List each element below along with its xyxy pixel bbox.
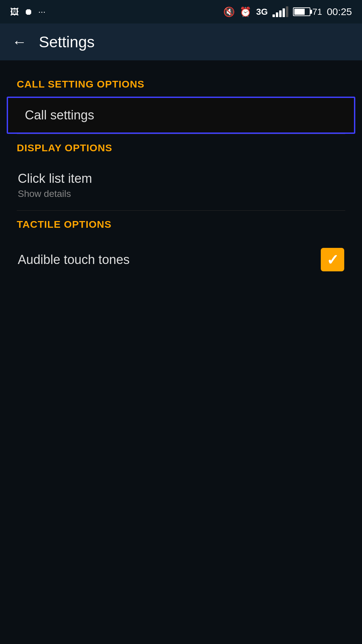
display-options-header: DISPLAY OPTIONS bbox=[0, 134, 362, 160]
status-time: 00:25 bbox=[327, 6, 352, 17]
click-list-item-text: Click list item Show details bbox=[18, 171, 92, 199]
status-bar-right-icons: 🔇 ⏰ 3G 71 00:25 bbox=[223, 6, 352, 17]
audible-touch-tones-checkbox[interactable]: ✓ bbox=[321, 248, 344, 271]
audible-touch-tones-title: Audible touch tones bbox=[18, 253, 130, 267]
call-settings-title: Call settings bbox=[25, 108, 94, 122]
app-bar: ← Settings bbox=[0, 23, 362, 60]
settings-content: CALL SETTING OPTIONS Call settings DISPL… bbox=[0, 60, 362, 292]
back-button[interactable]: ← bbox=[12, 34, 27, 50]
tactile-options-header: TACTILE OPTIONS bbox=[0, 211, 362, 237]
audible-touch-tones-item[interactable]: Audible touch tones ✓ bbox=[0, 237, 362, 282]
dots-icon: ··· bbox=[38, 7, 46, 17]
click-list-item[interactable]: Click list item Show details bbox=[0, 160, 362, 210]
record-icon: ⏺ bbox=[24, 7, 33, 17]
call-settings-text: Call settings bbox=[25, 108, 94, 122]
click-list-item-subtitle: Show details bbox=[18, 189, 92, 199]
status-bar: 🖼 ⏺ ··· 🔇 ⏰ 3G 71 00:25 bbox=[0, 0, 362, 23]
call-setting-options-header: CALL SETTING OPTIONS bbox=[0, 70, 362, 97]
battery-indicator: 71 bbox=[293, 7, 322, 17]
battery-percent: 71 bbox=[312, 7, 322, 17]
network-type: 3G bbox=[256, 7, 268, 17]
page-title: Settings bbox=[39, 33, 95, 51]
checkmark-icon: ✓ bbox=[326, 251, 339, 268]
click-list-item-title: Click list item bbox=[18, 171, 92, 186]
signal-bars bbox=[273, 6, 288, 17]
status-bar-left-icons: 🖼 ⏺ ··· bbox=[10, 7, 46, 17]
image-icon: 🖼 bbox=[10, 7, 19, 17]
audible-touch-tones-text: Audible touch tones bbox=[18, 253, 130, 267]
call-settings-item[interactable]: Call settings bbox=[7, 97, 355, 134]
mute-icon: 🔇 bbox=[223, 6, 235, 17]
clock-icon: ⏰ bbox=[240, 6, 251, 17]
